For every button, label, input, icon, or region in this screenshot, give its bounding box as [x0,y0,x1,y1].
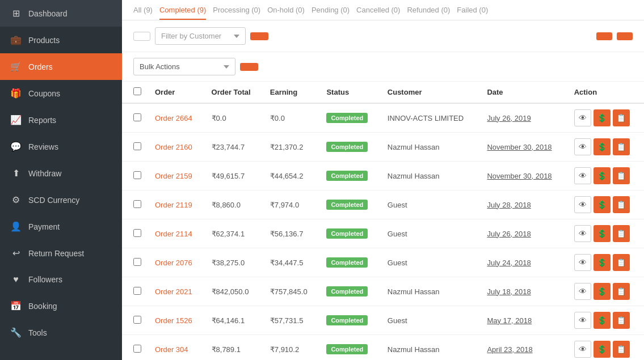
order-total-cell-304: ₹8,789.1 [205,335,263,361]
bulk-actions-row: Bulk Actions [122,52,644,82]
order-link-2664[interactable]: Order 2664 [155,114,192,122]
filter-date-button[interactable] [133,32,150,41]
view-button-2160[interactable]: 👁 [574,138,591,155]
order-link-304[interactable]: Order 304 [155,345,188,354]
tab-processing[interactable]: Processing (0) [213,6,260,20]
row-checkbox-2114[interactable] [133,229,141,237]
tab-pending[interactable]: Pending (0) [312,6,350,20]
sidebar-item-followers[interactable]: ♥ Followers [0,266,122,293]
row-checkbox-2021[interactable] [133,287,141,295]
sidebar-item-tools[interactable]: 🔧 Tools [0,319,122,346]
delete-button-2114[interactable]: 📋 [613,225,630,242]
view-button-1526[interactable]: 👁 [574,312,591,329]
sidebar-item-reviews[interactable]: 💬 Reviews [0,133,122,160]
status-cell-304: Completed [319,335,380,361]
filter-apply-button[interactable] [250,32,268,40]
tab-failed[interactable]: Failed (0) [457,6,488,20]
table-row: Order 2160 ₹23,744.7 ₹21,370.2 Completed… [122,133,644,162]
date-cell-2159: November 30, 2018 [480,162,567,190]
edit-button-2076[interactable]: 💲 [594,254,611,271]
edit-button-2114[interactable]: 💲 [594,225,611,242]
sidebar-label-reports: Reports [28,116,56,125]
row-checkbox-2159[interactable] [133,171,141,179]
view-button-2021[interactable]: 👁 [574,283,591,300]
sidebar-item-booking[interactable]: 📅 Booking [0,293,122,319]
orders-icon: 🛒 [10,61,22,72]
edit-button-1526[interactable]: 💲 [594,312,611,329]
export-all-button[interactable] [596,32,612,40]
bulk-actions-select[interactable]: Bulk Actions [133,58,235,75]
status-cell-2160: Completed [319,133,380,162]
order-link-2114[interactable]: Order 2114 [155,230,192,238]
tab-completed[interactable]: Completed (9) [159,6,206,20]
customer-cell-2021: Nazmul Hassan [381,277,481,306]
order-link-2021[interactable]: Order 2021 [155,287,192,296]
order-total-cell-2076: ₹38,275.0 [205,248,263,277]
action-buttons-2021: 👁 💲 📋 [574,283,637,300]
delete-button-2159[interactable]: 📋 [613,167,630,184]
row-checkbox-2160[interactable] [133,142,141,150]
delete-button-2119[interactable]: 📋 [613,196,630,213]
date-cell-2160: November 30, 2018 [480,133,567,162]
edit-button-2160[interactable]: 💲 [594,138,611,155]
order-header: Order [148,82,205,103]
sidebar-item-products[interactable]: 💼 Products [0,27,122,53]
export-filtered-button[interactable] [617,32,633,40]
table-row: Order 1526 ₹64,146.1 ₹57,731.5 Completed… [122,306,644,335]
order-link-2160[interactable]: Order 2160 [155,143,192,151]
delete-button-2021[interactable]: 📋 [613,283,630,300]
edit-button-2021[interactable]: 💲 [594,283,611,300]
edit-button-2159[interactable]: 💲 [594,167,611,184]
status-badge-2159: Completed [326,171,368,181]
view-button-2119[interactable]: 👁 [574,196,591,213]
edit-button-304[interactable]: 💲 [594,341,611,358]
order-link-2076[interactable]: Order 2076 [155,259,192,267]
delete-button-1526[interactable]: 📋 [613,312,630,329]
sidebar-item-payment[interactable]: 👤 Payment [0,213,122,240]
view-button-304[interactable]: 👁 [574,341,591,358]
delete-button-304[interactable]: 📋 [613,341,630,358]
row-checkbox-1526[interactable] [133,316,141,324]
order-link-2159[interactable]: Order 2159 [155,172,192,180]
view-button-2159[interactable]: 👁 [574,167,591,184]
delete-button-2664[interactable]: 📋 [613,109,630,126]
action-buttons-304: 👁 💲 📋 [574,341,637,358]
tab-on-hold[interactable]: On-hold (0) [267,6,305,20]
edit-button-2664[interactable]: 💲 [594,109,611,126]
row-checkbox-2119[interactable] [133,200,141,208]
customer-cell-304: Nazmul Hassan [381,335,481,361]
date-value-2119: July 28, 2018 [487,201,531,209]
tab-cancelled[interactable]: Cancelled (0) [356,6,400,20]
status-badge-2021: Completed [326,286,368,297]
sidebar-item-reports[interactable]: 📈 Reports [0,107,122,133]
sidebar-item-withdraw[interactable]: ⬆ Withdraw [0,160,122,187]
date-cell-2076: July 24, 2018 [480,248,567,277]
sidebar-item-coupons[interactable]: 🎁 Coupons [0,80,122,107]
tab-refunded[interactable]: Refunded (0) [407,6,450,20]
row-checkbox-2076[interactable] [133,258,141,266]
sidebar-item-orders[interactable]: 🛒 Orders [0,53,122,80]
select-all-checkbox[interactable] [133,87,141,95]
row-checkbox-cell [122,335,148,361]
view-button-2114[interactable]: 👁 [574,225,591,242]
order-link-2119[interactable]: Order 2119 [155,201,192,209]
earning-cell-2021: ₹757,845.0 [263,277,320,306]
date-value-2114: July 26, 2018 [487,230,531,238]
edit-button-2119[interactable]: 💲 [594,196,611,213]
row-checkbox-304[interactable] [133,345,141,353]
row-checkbox-2664[interactable] [133,113,141,121]
sidebar-item-scd-currency[interactable]: ⚙ SCD Currency [0,187,122,213]
filter-customer-select[interactable]: Filter by Customer [155,27,246,45]
bulk-apply-button[interactable] [240,63,258,71]
delete-button-2076[interactable]: 📋 [613,254,630,271]
sidebar-label-withdraw: Withdraw [28,169,61,178]
view-button-2076[interactable]: 👁 [574,254,591,271]
tab-all[interactable]: All (9) [133,6,153,20]
delete-button-2160[interactable]: 📋 [613,138,630,155]
products-icon: 💼 [10,35,22,45]
sidebar-label-dashboard: Dashboard [28,9,68,18]
view-button-2664[interactable]: 👁 [574,109,591,126]
sidebar-item-dashboard[interactable]: ⊞ Dashboard [0,0,122,27]
sidebar-item-return-request[interactable]: ↩ Return Request [0,240,122,266]
order-link-1526[interactable]: Order 1526 [155,316,192,325]
